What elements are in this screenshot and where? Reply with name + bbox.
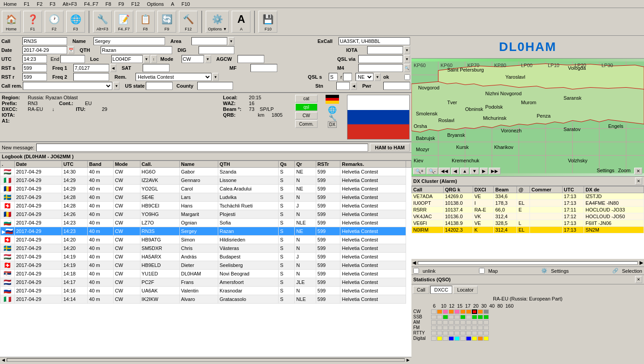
loc-input[interactable] [111,55,143,63]
callrem-arrow[interactable]: ▼ [113,82,119,90]
dx-table-row[interactable]: IU0OPT 10138.0 I 178,3 EL 17:13 EA4FME -… [412,200,644,207]
col-remarks[interactable]: Remarks. [340,161,406,168]
col-utc[interactable]: UTC [62,161,88,168]
toolbar-options[interactable]: ⚙️ Options ▼ [206,11,229,33]
table-row[interactable]: 🇳🇱 2017-04-29 14:17 40 m CW PC2F Frans A… [0,278,411,287]
map-nav-left[interactable]: ◀◀ [439,168,450,174]
map-checkbox[interactable] [479,268,485,274]
stat-tab-locator[interactable]: Locator [453,286,478,294]
qsl-button[interactable]: qsl [295,103,318,111]
toolbar-f10[interactable]: 💾 F10 [258,11,277,33]
toolbar-f2[interactable]: 🕐 F2 [45,11,64,33]
col-qth[interactable]: QTH [218,161,279,168]
ok-checkbox[interactable] [404,74,410,80]
qslvia-arrow[interactable]: ▼ [404,55,410,63]
ham-to-ham-button[interactable]: HAM to HAM [370,144,410,152]
table-row[interactable]: 🇭🇺 2017-04-29 14:30 40 m CW HG6O Gabor S… [0,168,411,176]
scroll-right-btn[interactable]: ▶ [407,358,410,362]
iota-arrow[interactable]: ▼ [404,46,410,54]
dx-col-qrg[interactable]: QRG k [443,186,473,193]
call-input[interactable] [22,37,67,45]
area-input[interactable] [191,37,227,45]
map-nav-next[interactable]: ▶ [480,168,488,174]
county-input[interactable] [197,82,233,90]
scroll-left-btn[interactable]: ◀ [2,358,5,362]
loc-arrow[interactable]: ▼ [144,55,150,63]
table-row[interactable]: 🇮🇹 2017-04-29 14:14 40 m CW IK2IKW Alvar… [0,295,411,304]
pwr-input[interactable] [383,82,410,90]
dx-col-at[interactable]: @ [517,186,530,193]
m4-arrow[interactable]: 🔍 [404,64,410,72]
col-band[interactable]: Band [88,161,114,168]
table-row[interactable]: 🇸🇪 2017-04-29 14:20 40 m CW SM5DXR Chris… [0,244,411,253]
qslr-input[interactable] [343,73,352,81]
excall-input[interactable] [339,37,410,45]
col-rstr[interactable]: RSTr [316,161,340,168]
toolbar-a[interactable]: A A [232,11,250,33]
dx-scroll-left[interactable]: ◀ [412,260,416,266]
dx-table-row[interactable]: VK4JAC 10136.0 VK 312,4 17:12 HOCLOUD -J… [412,213,644,220]
toolbar-f4f7[interactable]: 📝 F4..F7 [114,11,133,33]
menu-f9[interactable]: F9 [117,1,126,7]
toolbar-f8[interactable]: 📋 F8 [136,11,155,33]
col-mode[interactable]: Mode [113,161,140,168]
dx-table-row[interactable]: VE7ADA 14269.0 VE 334,6 17:13 IZ5TJD [412,193,644,200]
menu-f4f7[interactable]: F4..F7 [82,1,100,7]
qsls-input[interactable] [329,73,338,81]
name-input[interactable] [93,37,165,45]
stat-close-btn[interactable]: ✕ [635,276,642,283]
unlink-checkbox[interactable] [413,268,419,274]
table-row[interactable]: 🇨🇭 2017-04-29 14:19 40 m CW HB9ELD Diete… [0,261,411,270]
map-zoom-out[interactable]: 🔍- [427,168,438,174]
menu-f2[interactable]: F2 [35,1,44,7]
end-input[interactable] [60,55,85,63]
cat-button[interactable]: cat [295,95,318,102]
stn-input[interactable] [336,82,350,90]
map-nav-down[interactable]: ▼ [470,168,479,174]
comm-button[interactable]: Comm. [295,120,318,128]
map-zoom-btn[interactable]: Zoom [618,168,631,174]
col-qr[interactable]: Qr [295,161,316,168]
qslvia-input[interactable] [358,55,403,63]
menu-f1[interactable]: F1 [22,1,31,7]
dx-col-comm[interactable]: Commer [530,186,563,193]
col-qs[interactable]: Qs [279,161,295,168]
dx-col-utc[interactable]: UTC [562,186,584,193]
m4-input[interactable] [358,64,403,72]
col-call[interactable]: Call. [140,161,179,168]
cw-button[interactable]: CW [295,112,318,119]
message-input[interactable] [36,144,369,152]
dx-table-row[interactable]: N0IRM 14202.3 K 312,4 EL 17:13 SN2M [412,227,644,233]
rem-select[interactable]: Helvetia Contest [136,73,212,81]
logbook-scroll[interactable]: . Date UTC Band Mode Call. Name QTH Qs Q… [0,161,411,357]
dx-col-dxde[interactable]: DX de [584,186,644,193]
rsts-input[interactable] [22,64,47,72]
table-row[interactable]: 🇮🇹 2017-04-29 14:29 40 m CW IZ2AVK Genna… [0,176,411,185]
menu-options[interactable]: Options [145,1,165,7]
toolbar-f9[interactable]: 🔄 F9 [157,11,176,33]
stat-tab-call[interactable]: Call [413,286,429,294]
utc-input[interactable] [22,55,47,63]
col-name[interactable]: Name [179,161,218,168]
table-row[interactable]: 🇨🇭 2017-04-29 14:28 40 m CW HB9CEI Hans … [0,202,411,210]
dx-h-scroll[interactable] [418,261,638,265]
menu-altf3[interactable]: Alt+F3 [61,1,79,7]
h-scrollbar[interactable] [7,358,405,362]
table-row[interactable]: 🇧🇬 2017-04-29 14:23 40 m CW LZ7O Ognian … [0,219,411,227]
table-row[interactable]: 🇷🇺 2017-04-29 14:16 40 m CW UA6AK Valent… [0,287,411,295]
freq1-input[interactable] [73,64,109,72]
map-zoom-in[interactable]: 🔍+ [413,168,426,174]
iota-input[interactable] [367,46,403,54]
bottom-scroll[interactable]: ◀ ▶ [0,357,411,364]
menu-home[interactable]: Home [2,1,18,7]
mode-arrow[interactable]: ▼ [205,55,211,63]
menu-f12[interactable]: F12 [129,1,141,7]
ne-select[interactable]: NE [356,73,373,81]
map-nav-up[interactable]: ▲ [460,168,469,174]
freq2-input[interactable] [73,73,109,81]
sat-input[interactable] [143,64,169,72]
toolbar-home[interactable]: 🏠 Home [2,11,21,33]
mode-input[interactable] [182,55,204,63]
selection-label[interactable]: Selection [622,268,642,274]
toolbar-altf3[interactable]: 🔧 Alt+F3 [93,11,112,33]
